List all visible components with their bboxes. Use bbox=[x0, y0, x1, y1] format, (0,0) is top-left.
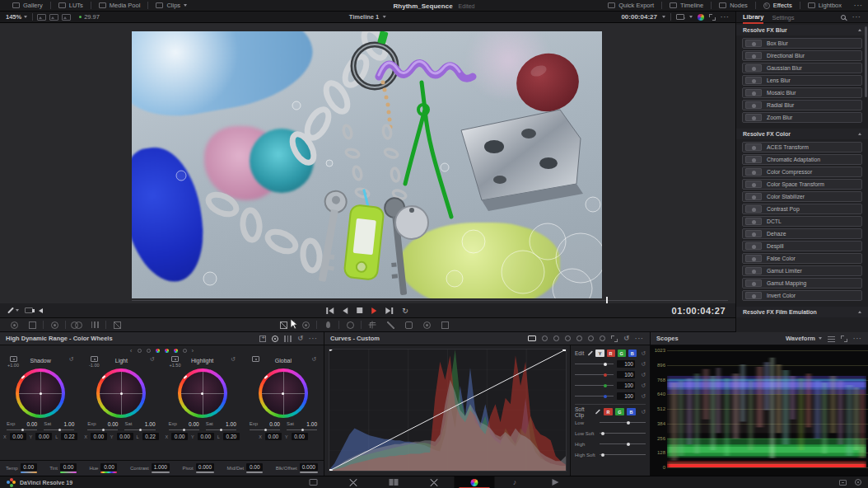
color-match-palette-icon[interactable] bbox=[23, 318, 41, 332]
exposure-slider[interactable]: Exp0.00 bbox=[87, 421, 118, 430]
topbar-quick-export-button[interactable]: Quick Export bbox=[600, 0, 661, 11]
reset-channel-icon[interactable] bbox=[638, 382, 646, 389]
soft-clip-channel-r[interactable]: R bbox=[604, 408, 613, 415]
mute-button[interactable] bbox=[39, 308, 43, 313]
coord-value-x[interactable]: 0.00 bbox=[91, 433, 107, 440]
soft-clip-slider[interactable] bbox=[600, 443, 646, 444]
fx-item-despill[interactable]: Despill bbox=[742, 241, 862, 251]
master-value[interactable]: 0.00 bbox=[21, 463, 37, 471]
play-button[interactable] bbox=[371, 307, 376, 314]
fx-item-color-stabilizer[interactable]: Color Stabilizer bbox=[742, 191, 862, 202]
master-slider[interactable] bbox=[246, 472, 263, 473]
reset-wheel-icon[interactable] bbox=[224, 356, 236, 363]
dots-prev-icon[interactable]: ‹ bbox=[130, 347, 133, 354]
channel-button-b[interactable]: B bbox=[628, 350, 637, 357]
channel-value[interactable]: 100 bbox=[617, 392, 635, 400]
scope-options-icon[interactable] bbox=[853, 336, 862, 342]
coord-value-x[interactable]: 0.00 bbox=[265, 433, 282, 440]
expand-curves-icon[interactable] bbox=[611, 336, 618, 342]
page-button-color[interactable] bbox=[455, 476, 495, 488]
wheel-page-dot-5[interactable] bbox=[174, 349, 178, 353]
fx-item-aces-transform[interactable]: ACES Transform bbox=[742, 142, 862, 152]
reset-channel-icon[interactable] bbox=[638, 372, 646, 378]
wheel-page-dot-6[interactable] bbox=[183, 349, 187, 353]
zone-range-control[interactable] bbox=[250, 356, 262, 362]
node-color-icon[interactable] bbox=[698, 14, 704, 21]
gallery-timecode[interactable]: 00:00:04:27 bbox=[621, 13, 657, 21]
channel-button-y[interactable]: Y bbox=[595, 350, 604, 357]
soft-clip-channel-b[interactable]: B bbox=[627, 408, 636, 415]
fx-item-box-blur[interactable]: Box Blur bbox=[742, 38, 862, 49]
topbar-lightbox-button[interactable]: Lightbox bbox=[800, 0, 849, 11]
soft-clip-channel-g[interactable]: G bbox=[615, 408, 624, 415]
saturation-slider[interactable]: Sat1.00 bbox=[124, 421, 155, 430]
reset-palette-icon[interactable] bbox=[297, 336, 303, 342]
reset-soft-clip-icon[interactable] bbox=[638, 409, 646, 415]
soft-clip-slider[interactable] bbox=[600, 454, 646, 455]
topbar-timeline-button[interactable]: Timeline bbox=[662, 0, 711, 11]
enhanced-viewer-toggle[interactable] bbox=[37, 14, 46, 21]
dots-next-icon[interactable]: › bbox=[192, 347, 194, 354]
project-manager-icon[interactable] bbox=[839, 480, 847, 486]
eyedropper-icon[interactable] bbox=[587, 350, 593, 356]
page-button-fusion[interactable] bbox=[414, 476, 455, 488]
stop-button[interactable] bbox=[357, 307, 362, 313]
power-window-palette-icon[interactable] bbox=[341, 318, 359, 332]
zone-range-control[interactable]: +1.00 bbox=[7, 356, 19, 368]
curve-hue-vs-sat-icon[interactable] bbox=[565, 336, 571, 341]
master-value[interactable]: 0.000 bbox=[300, 463, 318, 471]
camera-raw-palette-icon[interactable] bbox=[5, 318, 23, 332]
curves-graph[interactable] bbox=[329, 349, 567, 472]
step-back-button[interactable] bbox=[343, 307, 348, 314]
split-view-toggle[interactable] bbox=[49, 14, 58, 21]
fx-item-lens-blur[interactable]: Lens Blur bbox=[742, 75, 862, 86]
curve-hue-vs-lum-icon[interactable] bbox=[576, 336, 582, 341]
hdr-scope-icon[interactable] bbox=[284, 336, 292, 342]
channel-value[interactable]: 100 bbox=[617, 382, 635, 389]
color-picker-button[interactable] bbox=[7, 307, 19, 314]
viewer-playhead[interactable] bbox=[606, 297, 608, 303]
fx-item-color-space-transform[interactable]: Color Space Transform bbox=[742, 179, 862, 190]
add-zone-icon[interactable] bbox=[259, 336, 266, 342]
key-palette-icon[interactable] bbox=[418, 318, 436, 332]
exposure-slider[interactable]: Exp0.00 bbox=[7, 421, 37, 430]
master-slider[interactable] bbox=[60, 472, 77, 473]
go-to-end-button[interactable] bbox=[385, 307, 393, 314]
color-wheel-highlight[interactable] bbox=[178, 368, 227, 418]
curve-lum-vs-sat-icon[interactable] bbox=[588, 336, 594, 341]
topbar-effects-button[interactable]: Effects bbox=[756, 0, 800, 11]
channel-slider[interactable] bbox=[575, 385, 614, 386]
hdr-palette-icon[interactable] bbox=[68, 318, 86, 332]
reset-channel-icon[interactable] bbox=[638, 393, 646, 400]
fx-item-dctl[interactable]: DCTL bbox=[742, 216, 862, 227]
coord-value-l[interactable]: 0.20 bbox=[223, 433, 240, 440]
color-wheel-shadow[interactable] bbox=[16, 368, 65, 418]
master-slider[interactable] bbox=[196, 472, 214, 473]
zone-range-control[interactable]: +1.50 bbox=[170, 356, 181, 368]
topbar-clips-button[interactable]: Clips bbox=[148, 0, 194, 11]
coord-value-x[interactable]: 0.00 bbox=[171, 433, 188, 440]
saturation-slider[interactable]: Sat1.00 bbox=[44, 421, 74, 430]
channel-value[interactable]: 100 bbox=[617, 371, 635, 378]
project-settings-icon[interactable] bbox=[855, 479, 861, 486]
image-wipe-toggle[interactable] bbox=[62, 14, 71, 21]
timeline-selector[interactable]: Timeline 1 bbox=[349, 13, 386, 21]
library-tab-library[interactable]: Library bbox=[743, 11, 763, 24]
fx-item-contrast-pop[interactable]: Contrast Pop bbox=[742, 204, 862, 214]
fx-item-color-compressor[interactable]: Color Compressor bbox=[742, 167, 862, 177]
page-button-media[interactable] bbox=[293, 476, 334, 488]
master-value[interactable]: 0.00 bbox=[100, 463, 117, 471]
viewer-image[interactable] bbox=[132, 31, 602, 298]
expand-scope-icon[interactable] bbox=[841, 336, 847, 342]
fx-item-gamut-limiter[interactable]: Gamut Limiter bbox=[742, 265, 862, 276]
channel-slider[interactable] bbox=[575, 374, 614, 375]
color-warper-palette-icon[interactable] bbox=[296, 318, 315, 332]
reset-curves-icon[interactable] bbox=[623, 336, 629, 342]
fx-item-gamut-mapping[interactable]: Gamut Mapping bbox=[742, 278, 862, 289]
coord-value-y[interactable]: 0.00 bbox=[292, 433, 308, 440]
master-slider[interactable] bbox=[100, 472, 117, 473]
curves-options-icon[interactable] bbox=[635, 336, 644, 342]
exposure-slider[interactable]: Exp0.00 bbox=[250, 421, 280, 430]
master-slider[interactable] bbox=[21, 472, 37, 473]
page-button-edit[interactable] bbox=[374, 476, 414, 488]
